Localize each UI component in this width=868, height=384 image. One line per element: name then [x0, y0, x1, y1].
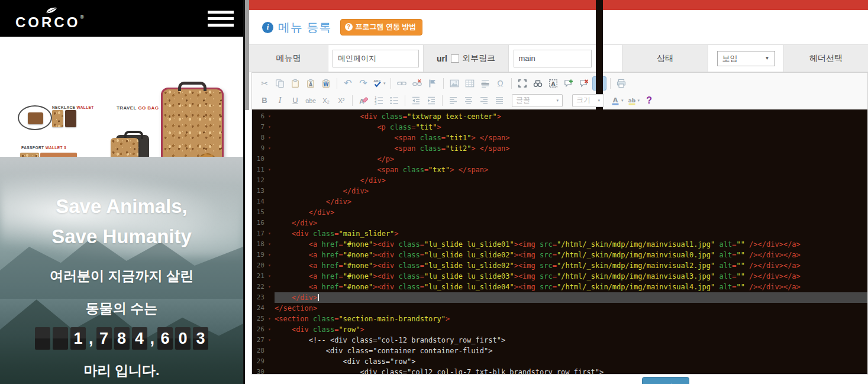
remove-format-icon[interactable]: A: [356, 93, 370, 108]
code-line-13[interactable]: 13 </div>: [252, 186, 867, 196]
hamburger-menu-icon[interactable]: [208, 11, 234, 27]
paste-text-icon[interactable]: A: [304, 76, 318, 91]
paste-icon[interactable]: [288, 76, 302, 91]
select-all-icon[interactable]: A: [546, 76, 560, 91]
copy-icon[interactable]: [273, 76, 287, 91]
fold-arrow-icon: [264, 196, 275, 207]
italic-icon[interactable]: I: [273, 93, 287, 108]
source-button[interactable]: <>: [592, 76, 606, 91]
fold-arrow-icon[interactable]: ▾: [264, 164, 275, 175]
fold-arrow-icon[interactable]: ▾: [264, 271, 275, 282]
program-link-help-button[interactable]: ? 프로그램 연동 방법: [340, 19, 423, 36]
paste-word-icon[interactable]: W: [319, 76, 333, 91]
code-line-11[interactable]: 11▾ <span class="txt"> </span>: [252, 164, 867, 175]
horizontal-line-icon[interactable]: [478, 76, 492, 91]
code-line-19[interactable]: 19▾ <a href="#none"><div class="lu_slide…: [252, 250, 867, 260]
source-code-editor[interactable]: 6▾ <div class="txtwrap text-center">7▾ <…: [252, 109, 867, 374]
code-line-14[interactable]: 14 </div>: [252, 196, 867, 207]
cut-icon[interactable]: ✂: [257, 76, 272, 91]
ordered-list-icon[interactable]: 123: [372, 93, 386, 108]
fold-arrow-icon[interactable]: ▾: [264, 324, 275, 335]
fold-arrow-icon[interactable]: ▾: [264, 314, 275, 324]
svg-text:A: A: [551, 80, 555, 86]
strike-icon[interactable]: abc: [304, 93, 318, 108]
image-icon[interactable]: [447, 76, 462, 91]
code-line-27[interactable]: 27▾ <!-- <div class="col-12 brandstory_r…: [252, 335, 867, 346]
hero-counter-caption: 동물의 수는: [86, 299, 157, 318]
fold-arrow-icon[interactable]: ▾: [264, 250, 275, 260]
code-line-25[interactable]: 25▾<section class="section-main-brandsto…: [252, 314, 867, 324]
align-center-icon[interactable]: [462, 93, 476, 108]
undo-icon[interactable]: ↶: [341, 76, 355, 91]
menu-name-input[interactable]: [333, 50, 419, 67]
fold-arrow-icon[interactable]: ▾: [264, 111, 275, 122]
code-line-26[interactable]: 26▾ <div class="row">: [252, 324, 867, 335]
fold-arrow-icon[interactable]: ▾: [264, 260, 275, 271]
status-select[interactable]: 보임 ▼: [717, 51, 775, 66]
fold-arrow-icon[interactable]: ▾: [264, 228, 275, 239]
fold-arrow-icon: [264, 367, 275, 374]
passport-wallet-label: PASSPORT WALLET 3: [21, 146, 66, 150]
about-icon[interactable]: ?: [642, 93, 656, 108]
app-root: CORCO® NECKLACE WALLET TRAVEL GO BAG PAS…: [0, 0, 868, 384]
font-select[interactable]: 글꼴▾: [512, 94, 563, 107]
maximize-icon[interactable]: [515, 76, 530, 91]
code-line-20[interactable]: 20▾ <a href="#none"><div class="lu_slide…: [252, 260, 867, 271]
code-line-22[interactable]: 22▾ <a href="#none"><div class="lu_slide…: [252, 282, 867, 292]
align-right-icon[interactable]: [477, 93, 491, 108]
code-line-6[interactable]: 6▾ <div class="txtwrap text-center">: [252, 111, 867, 122]
code-line-23[interactable]: 23 </div>: [252, 292, 867, 303]
fold-arrow-icon[interactable]: ▾: [264, 143, 275, 154]
code-line-15[interactable]: 15 </div>: [252, 207, 867, 218]
find-icon[interactable]: [531, 76, 545, 91]
save-button[interactable]: 저장하기: [642, 377, 689, 384]
fold-arrow-icon[interactable]: ▾: [264, 133, 275, 143]
code-line-24[interactable]: 24</section>: [252, 303, 867, 314]
code-line-9[interactable]: 9▾ <span class="tit2"> </span>: [252, 143, 867, 154]
link-icon[interactable]: [395, 76, 409, 91]
anchor-icon[interactable]: [425, 76, 440, 91]
corco-logo[interactable]: CORCO®: [15, 7, 84, 31]
indent-icon[interactable]: [424, 93, 438, 108]
bg-color-icon[interactable]: ab▾: [626, 93, 641, 108]
align-justify-icon[interactable]: [492, 93, 506, 108]
code-line-17[interactable]: 17▾ <div class="main_slider">: [252, 228, 867, 239]
underline-icon[interactable]: U: [288, 93, 302, 108]
outdent-icon[interactable]: [409, 93, 423, 108]
code-line-30[interactable]: 30 <div class="col12 col-lg-7 txt-blk br…: [252, 367, 867, 374]
superscript-icon[interactable]: X²: [334, 93, 349, 108]
url-input[interactable]: [514, 50, 592, 67]
table-icon[interactable]: [463, 76, 477, 91]
fold-arrow-icon[interactable]: ▾: [264, 282, 275, 292]
fold-arrow-icon[interactable]: ▾: [264, 335, 275, 346]
code-line-21[interactable]: 21▾ <a href="#none"><div class="lu_slide…: [252, 271, 867, 282]
code-line-12[interactable]: 12 </div>: [252, 175, 867, 186]
code-line-18[interactable]: 18▾ <a href="#none"><div class="lu_slide…: [252, 239, 867, 250]
code-line-7[interactable]: 7▾ <p class="tit">: [252, 122, 867, 133]
unlink-icon[interactable]: [410, 76, 424, 91]
special-char-icon[interactable]: Ω: [493, 76, 508, 91]
animal-counter: 1,784,603: [35, 327, 208, 350]
code-line-10[interactable]: 10 </p>: [252, 154, 867, 164]
code-line-16[interactable]: 16 </div>: [252, 218, 867, 228]
fold-arrow-icon[interactable]: ▾: [264, 239, 275, 250]
redo-icon[interactable]: ↷: [356, 76, 370, 91]
hero-section: Save Animals, Save Humanity 여러분이 지금까지 살린…: [0, 157, 243, 384]
comment-remove-icon[interactable]: [577, 76, 591, 91]
fold-arrow-icon[interactable]: ▾: [264, 122, 275, 133]
subscript-icon[interactable]: X₂: [319, 93, 333, 108]
counter-digit-tile: 7: [96, 327, 112, 350]
unordered-list-icon[interactable]: [387, 93, 401, 108]
spellcheck-icon[interactable]: ABC▾: [372, 76, 387, 91]
counter-blank-tile: [53, 327, 68, 350]
code-line-8[interactable]: 8▾ <span class="tit1"> </span>: [252, 133, 867, 143]
align-left-icon[interactable]: [446, 93, 460, 108]
code-line-28[interactable]: 28 <div class="container container-fluid…: [252, 346, 867, 356]
external-link-checkbox[interactable]: [451, 54, 459, 63]
code-line-29[interactable]: 29 <div class="row">: [252, 356, 867, 367]
text-color-icon[interactable]: A▾: [609, 93, 625, 108]
bold-icon[interactable]: B: [257, 93, 272, 108]
print-icon[interactable]: [614, 76, 628, 91]
comment-add-icon[interactable]: [562, 76, 576, 91]
size-select[interactable]: 크기▾: [572, 94, 604, 107]
